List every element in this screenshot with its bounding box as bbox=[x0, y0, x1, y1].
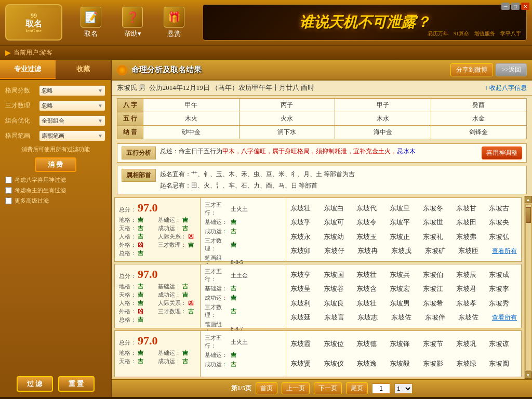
first-page-button[interactable]: 首页 bbox=[256, 382, 277, 394]
name-item[interactable]: 东坡利 bbox=[290, 299, 318, 308]
view-all-2[interactable]: 查看所有 bbox=[492, 313, 517, 322]
name-item[interactable]: 东坡江 bbox=[423, 284, 451, 294]
name-item[interactable]: 东坡幼 bbox=[324, 232, 352, 242]
adjust-button[interactable]: 喜用神调整 bbox=[482, 147, 522, 159]
nav-quming[interactable]: 📝 取名 bbox=[73, 4, 109, 41]
name-item[interactable]: 东坡巩 bbox=[456, 339, 484, 349]
page-select[interactable]: 12345 bbox=[394, 383, 413, 394]
page-input[interactable] bbox=[372, 383, 390, 394]
back-button[interactable]: >>返回 bbox=[496, 63, 527, 76]
name-item[interactable]: 东坡锋 bbox=[390, 339, 418, 349]
name-item[interactable]: 东坡佐 bbox=[458, 313, 487, 322]
filter-geju-select[interactable]: 忽略 ▼ bbox=[39, 85, 105, 96]
filter-sancai-select[interactable]: 忽略 ▼ bbox=[39, 100, 105, 111]
name-item[interactable]: 东坡矿 bbox=[425, 246, 454, 256]
maximize-button[interactable]: □ bbox=[511, 3, 520, 10]
name-item[interactable]: 东坡影 bbox=[423, 359, 451, 368]
name-item[interactable]: 东坡孝 bbox=[456, 299, 484, 308]
filter-bihua-select[interactable]: 康熙笔画 ▼ bbox=[39, 130, 105, 141]
name-item[interactable]: 东坡言 bbox=[324, 313, 353, 322]
name-item[interactable]: 东坡世 bbox=[423, 218, 451, 227]
minimize-button[interactable]: ─ bbox=[501, 3, 510, 10]
name-item[interactable]: 东坡良 bbox=[324, 299, 352, 308]
last-page-button[interactable]: 尾页 bbox=[346, 382, 368, 394]
name-item[interactable]: 东坡仪 bbox=[324, 359, 352, 368]
name-item[interactable]: 东坡兵 bbox=[390, 270, 418, 280]
name-item[interactable]: 东坡谷 bbox=[324, 284, 352, 294]
shengxiao-checkbox[interactable] bbox=[5, 187, 12, 194]
name-item[interactable]: 东坡古 bbox=[489, 204, 517, 213]
filter-zuhe-select[interactable]: 全部组合 ▼ bbox=[39, 115, 105, 126]
nav-xuanshang[interactable]: 🎁 悬赏 bbox=[156, 4, 192, 41]
name-item[interactable]: 东坡可 bbox=[324, 218, 352, 227]
name-item[interactable]: 东坡谅 bbox=[489, 339, 517, 349]
name-item[interactable]: 东坡弗 bbox=[456, 232, 484, 242]
tab-expert[interactable]: 专业过滤 bbox=[0, 60, 56, 79]
name-item[interactable]: 东坡壮 bbox=[290, 204, 318, 213]
name-item[interactable]: 东坡正 bbox=[390, 232, 418, 242]
name-item[interactable]: 东坡佐 bbox=[391, 313, 420, 322]
scroll-up-button[interactable]: ▲ bbox=[525, 196, 532, 203]
name-item[interactable]: 东坡李 bbox=[489, 284, 517, 294]
name-item[interactable]: 东坡旦 bbox=[390, 204, 418, 213]
scroll-down-button[interactable]: ▼ bbox=[525, 371, 532, 379]
name-item[interactable]: 东坡仔 bbox=[324, 246, 353, 256]
collapse-link[interactable]: ↑ 收起八字信息 bbox=[485, 84, 527, 92]
name-item[interactable]: 东坡乎 bbox=[290, 218, 318, 227]
name-item[interactable]: 东坡冉 bbox=[357, 246, 386, 256]
name-item[interactable]: 东坡令 bbox=[356, 218, 384, 227]
tab-collect[interactable]: 收藏 bbox=[56, 60, 111, 79]
name-item[interactable]: 东坡宏 bbox=[390, 284, 418, 294]
name-item[interactable]: 东坡秀 bbox=[489, 299, 517, 308]
name-item[interactable]: 东坡位 bbox=[324, 339, 352, 349]
close-button[interactable]: ✕ bbox=[521, 3, 529, 10]
name-item[interactable]: 东坡君 bbox=[456, 284, 484, 294]
scroll-thumb[interactable] bbox=[526, 207, 531, 223]
name-item[interactable]: 东坡呈 bbox=[290, 284, 318, 294]
name-item[interactable]: 东坡戊 bbox=[391, 246, 420, 256]
name-item[interactable]: 东坡逸 bbox=[356, 359, 384, 368]
name-item[interactable]: 东坡亨 bbox=[290, 270, 318, 280]
name-item[interactable]: 东坡平 bbox=[390, 218, 418, 227]
name-item[interactable]: 东坡代 bbox=[356, 204, 384, 213]
name-item[interactable]: 东坡伴 bbox=[425, 313, 454, 322]
name-item[interactable]: 东坡霞 bbox=[290, 339, 318, 349]
name-item[interactable]: 东坡礼 bbox=[423, 232, 451, 242]
name-item[interactable]: 东坡含 bbox=[356, 284, 384, 294]
name-item[interactable]: 东坡毅 bbox=[390, 359, 418, 368]
name-item[interactable]: 东坡匝 bbox=[458, 246, 487, 256]
name-item[interactable]: 东坡田 bbox=[456, 218, 484, 227]
reset-button[interactable]: 重 置 bbox=[58, 376, 95, 392]
name-item[interactable]: 东坡男 bbox=[390, 299, 418, 308]
xishen-checkbox[interactable] bbox=[5, 177, 12, 183]
advanced-checkbox[interactable] bbox=[5, 197, 12, 204]
name-item[interactable]: 东坡壮 bbox=[356, 299, 384, 308]
name-item[interactable]: 东坡节 bbox=[423, 339, 451, 349]
consume-button[interactable]: 消 费 bbox=[35, 157, 76, 172]
next-page-button[interactable]: 下一页 bbox=[314, 382, 342, 394]
name-item[interactable]: 东坡成 bbox=[489, 270, 517, 280]
name-item[interactable]: 东坡卯 bbox=[290, 246, 319, 256]
name-item[interactable]: 东坡冬 bbox=[423, 204, 451, 213]
name-item[interactable]: 东坡国 bbox=[324, 270, 352, 280]
filter-button[interactable]: 过 滤 bbox=[17, 376, 53, 392]
name-item[interactable]: 东坡希 bbox=[423, 299, 451, 308]
name-item[interactable]: 东坡伯 bbox=[423, 270, 451, 280]
name-item[interactable]: 东坡弘 bbox=[489, 232, 517, 242]
name-item[interactable]: 东坡甘 bbox=[456, 204, 484, 213]
share-button[interactable]: 分享到微博 bbox=[450, 63, 493, 76]
name-item[interactable]: 东坡延 bbox=[290, 313, 319, 322]
nav-bangzhu[interactable]: ❓ 帮助▾ bbox=[114, 4, 151, 41]
name-item[interactable]: 东坡白 bbox=[324, 204, 352, 213]
name-item[interactable]: 东坡辰 bbox=[456, 270, 484, 280]
name-item[interactable]: 东坡玉 bbox=[356, 232, 384, 242]
name-item[interactable]: 东坡阖 bbox=[489, 359, 517, 368]
name-item[interactable]: 东坡永 bbox=[290, 232, 318, 242]
prev-page-button[interactable]: 上一页 bbox=[282, 382, 310, 394]
name-item[interactable]: 东坡绿 bbox=[456, 359, 484, 368]
name-item[interactable]: 东坡德 bbox=[356, 339, 384, 349]
name-item[interactable]: 东坡志 bbox=[357, 313, 386, 322]
name-item[interactable]: 东坡壮 bbox=[356, 270, 384, 280]
name-item[interactable]: 东坡贤 bbox=[290, 359, 318, 368]
view-all-1[interactable]: 查看所有 bbox=[492, 247, 517, 256]
